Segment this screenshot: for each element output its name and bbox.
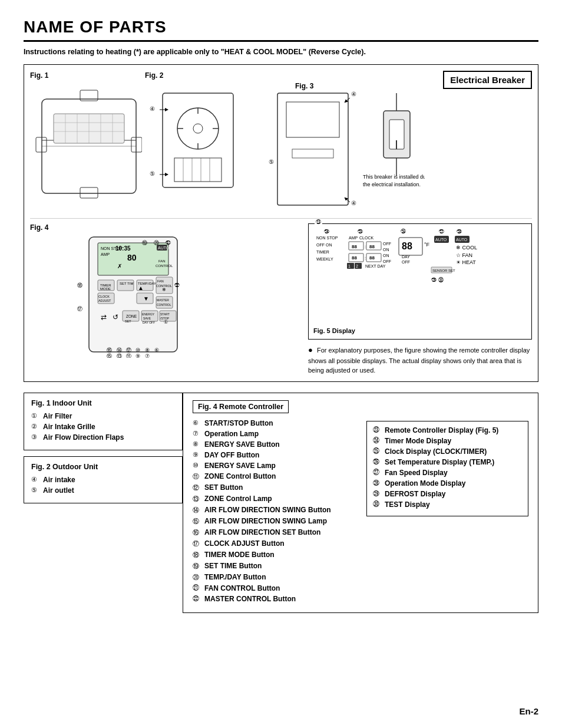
svg-text:⑥: ⑥ xyxy=(154,347,159,353)
svg-text:88: 88 xyxy=(369,255,375,261)
title-underline xyxy=(24,40,538,42)
svg-text:❄: ❄ xyxy=(162,287,166,292)
list-item: ㉒MASTER CONTROL Button xyxy=(193,595,355,603)
svg-text:☆ FAN: ☆ FAN xyxy=(456,252,472,258)
list-item: ⑨DAY OFF Button xyxy=(193,451,355,459)
fig5-svg: NON STOP OFF ON TIMER WEEKLY AMP CLOCK 8… xyxy=(313,229,514,323)
list-item: ㉘Operation Mode Display xyxy=(373,479,522,487)
fig4-svg: NON STOP AMP 10:35 AUTO 80 ✗ FAN CONTROL xyxy=(30,234,236,358)
list-item: ㉙DEFROST Display xyxy=(373,490,522,498)
list-item: ⑪ZONE Control Button xyxy=(193,472,355,481)
svg-text:⑤: ⑤ xyxy=(269,159,274,165)
diagram-box: Fig. 1 Fig. 2 Electrical Breaker xyxy=(24,64,538,382)
svg-text:⑳: ⑳ xyxy=(154,240,159,246)
svg-text:⑧: ⑧ xyxy=(145,347,150,353)
fig3-diagram: Fig. 3 ⑤ ④ ④ xyxy=(260,81,425,217)
svg-text:FAN: FAN xyxy=(157,279,164,283)
svg-text:④: ④ xyxy=(351,200,356,206)
list-item: ① Air Filter xyxy=(31,412,175,420)
list-item: ⑫SET Button xyxy=(193,483,355,492)
svg-text:▼: ▼ xyxy=(143,295,149,302)
svg-rect-40 xyxy=(292,149,333,158)
elec-breaker-box: Electrical Breaker xyxy=(443,71,532,89)
svg-text:⑩: ⑩ xyxy=(135,347,140,353)
svg-text:the electrical installation.: the electrical installation. xyxy=(363,182,421,187)
list-item: ㉕Clock Display (CLOCK/TIMER) xyxy=(373,447,522,456)
fig1-diagram: ① ② ③ xyxy=(30,81,142,217)
svg-rect-39 xyxy=(286,102,339,137)
svg-text:④: ④ xyxy=(351,91,356,97)
list-item: ㉑FAN CONTROL Button xyxy=(193,584,355,592)
svg-rect-21 xyxy=(163,93,233,187)
list-item: ㉗Fan Speed Display xyxy=(373,469,522,477)
svg-text:CLOCK: CLOCK xyxy=(98,295,110,298)
svg-text:㉔: ㉔ xyxy=(324,229,329,235)
list-item: ⑮AIR FLOW DIRECTION SWING Lamp xyxy=(193,517,355,526)
svg-text:⑲: ⑲ xyxy=(142,240,147,246)
outdoor-unit-title: Fig. 2 Outdoor Unit xyxy=(31,463,175,471)
svg-text:㉖: ㉖ xyxy=(401,229,406,235)
svg-rect-4 xyxy=(131,137,142,152)
svg-text:FAN: FAN xyxy=(158,259,166,263)
indoor-unit-title: Fig. 1 Indoor Unit xyxy=(31,399,175,407)
list-item: ⑰CLOCK ADJUST Button xyxy=(193,539,355,548)
svg-text:MODE: MODE xyxy=(100,287,111,291)
svg-text:⑫: ⑫ xyxy=(126,347,131,353)
remote-list: ⑥START/STOP Button ⑦Operation Lamp ⑧ENER… xyxy=(193,419,355,603)
fig5-area: ㉓ NON STOP OFF ON TIMER WEEKLY AMP CLOCK xyxy=(308,223,532,375)
svg-text:88: 88 xyxy=(352,244,357,249)
svg-text:㉗: ㉗ xyxy=(439,229,444,235)
fig1-label: Fig. 1 xyxy=(30,71,48,80)
svg-text:DAY: DAY xyxy=(402,255,410,259)
svg-text:START: START xyxy=(160,312,170,316)
svg-text:This breaker is installed duri: This breaker is installed during xyxy=(363,174,425,180)
svg-text:SET TIM: SET TIM xyxy=(120,282,133,285)
svg-text:SET: SET xyxy=(125,319,131,323)
svg-text:ON: ON xyxy=(383,253,389,258)
list-item: ② Air Intake Grille xyxy=(31,423,175,431)
display-group-box: ㉓Remote Controller Display (Fig. 5) ㉔Tim… xyxy=(366,421,528,516)
svg-point-23 xyxy=(193,124,203,133)
list-item: ⑥START/STOP Button xyxy=(193,419,355,427)
svg-line-44 xyxy=(345,98,350,102)
svg-text:OFF: OFF xyxy=(383,259,391,263)
svg-text:⑤: ⑤ xyxy=(150,170,155,177)
svg-text:⇄: ⇄ xyxy=(101,313,107,321)
svg-text:Fig. 3: Fig. 3 xyxy=(295,82,314,90)
svg-text:①: ① xyxy=(164,319,168,325)
svg-text:88: 88 xyxy=(402,241,412,251)
svg-text:WEEKLY: WEEKLY xyxy=(316,257,333,261)
svg-text:④: ④ xyxy=(150,106,155,112)
svg-text:NEXT DAY: NEXT DAY xyxy=(365,264,386,268)
page-number: En-2 xyxy=(519,706,538,716)
svg-text:ON: ON xyxy=(383,248,389,252)
list-item: ⑧ENERGY SAVE Button xyxy=(193,440,355,449)
fig5-label: Fig. 5 Display xyxy=(313,327,527,334)
svg-text:⑪: ⑪ xyxy=(126,353,131,358)
svg-text:ADJUST: ADJUST xyxy=(98,299,111,302)
fig4-area: Fig. 4 NON STOP AMP 10:35 AUTO xyxy=(30,223,308,375)
fig5-note: ● For explanatory purposes, the figure s… xyxy=(308,344,532,375)
svg-text:OFF: OFF xyxy=(383,242,391,246)
remote-title: Fig. 4 Remote Controller xyxy=(193,400,289,413)
bottom-section: Fig. 1 Indoor Unit ① Air Filter ② Air In… xyxy=(24,393,538,613)
list-item: ⑯AIR FLOW DIRECTION SET Button xyxy=(193,528,355,537)
svg-text:▲: ▲ xyxy=(138,285,144,291)
list-item: ㉖Set Temperature Display (TEMP.) xyxy=(373,458,522,466)
svg-text:❄ COOL: ❄ COOL xyxy=(456,245,477,251)
svg-text:✗: ✗ xyxy=(117,263,122,269)
svg-text::: : xyxy=(365,244,366,249)
fig2-diagram: ④ ⑤ xyxy=(145,81,248,217)
svg-text:AMP: AMP xyxy=(349,236,358,240)
svg-text:80: 80 xyxy=(127,253,137,262)
svg-text:⑯: ⑯ xyxy=(107,347,112,353)
svg-text:2: 2 xyxy=(356,264,358,268)
svg-text:AUTO: AUTO xyxy=(456,238,468,242)
svg-text:⑭: ⑭ xyxy=(117,347,122,353)
svg-text:↺: ↺ xyxy=(113,313,118,321)
remote-col: Fig. 4 Remote Controller ⑥START/STOP But… xyxy=(193,400,361,605)
list-item: ⑬ZONE Control Lamp xyxy=(193,495,355,503)
svg-line-45 xyxy=(345,198,350,202)
svg-text::: : xyxy=(365,255,366,261)
svg-text:CLOCK: CLOCK xyxy=(359,236,373,240)
